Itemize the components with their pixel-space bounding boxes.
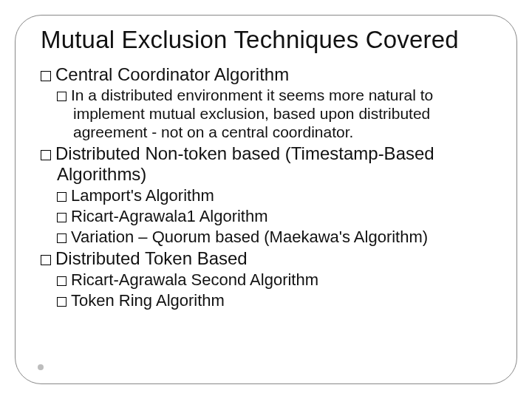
item-dist-token: Distributed Token Based (41, 248, 491, 269)
slide-frame: Mutual Exclusion Techniques Covered Cent… (15, 15, 517, 384)
item-central-note: In a distributed environment it seems mo… (41, 86, 491, 141)
square-bullet-icon (57, 276, 66, 286)
item-text: Ricart-Agrawala1 Algorithm (71, 207, 268, 225)
item-lamport: Lamport's Algorithm (41, 186, 491, 205)
item-tokenring: Token Ring Algorithm (41, 291, 491, 310)
item-text: Lamport's Algorithm (71, 186, 214, 205)
item-text: Distributed Non-token based (Timestamp-B… (55, 143, 434, 184)
square-bullet-icon (57, 297, 66, 307)
slide-title: Mutual Exclusion Techniques Covered (41, 26, 491, 54)
item-ricart2: Ricart-Agrawala Second Algorithm (41, 270, 491, 290)
square-bullet-icon (41, 255, 51, 265)
item-text: Distributed Token Based (55, 248, 248, 268)
item-ricart1: Ricart-Agrawala1 Algorithm (41, 207, 491, 226)
item-text: Token Ring Algorithm (71, 291, 225, 310)
square-bullet-icon (57, 213, 66, 222)
square-bullet-icon (57, 92, 66, 101)
item-text: Variation – Quorum based (Maekawa's Algo… (71, 228, 428, 246)
item-dist-nontoken: Distributed Non-token based (Timestamp-B… (41, 143, 491, 185)
item-variation: Variation – Quorum based (Maekawa's Algo… (41, 228, 491, 247)
square-bullet-icon (41, 71, 51, 81)
item-text: Central Coordinator Algorithm (55, 64, 289, 84)
square-bullet-icon (41, 150, 51, 160)
item-central: Central Coordinator Algorithm (41, 64, 491, 85)
square-bullet-icon (57, 192, 66, 202)
item-text: In a distributed environment it seems mo… (71, 86, 433, 140)
item-text: Ricart-Agrawala Second Algorithm (71, 270, 318, 289)
slide-content: Central Coordinator Algorithm In a distr… (41, 64, 491, 310)
square-bullet-icon (57, 233, 66, 243)
footer-decorative-dot-icon (38, 364, 44, 370)
